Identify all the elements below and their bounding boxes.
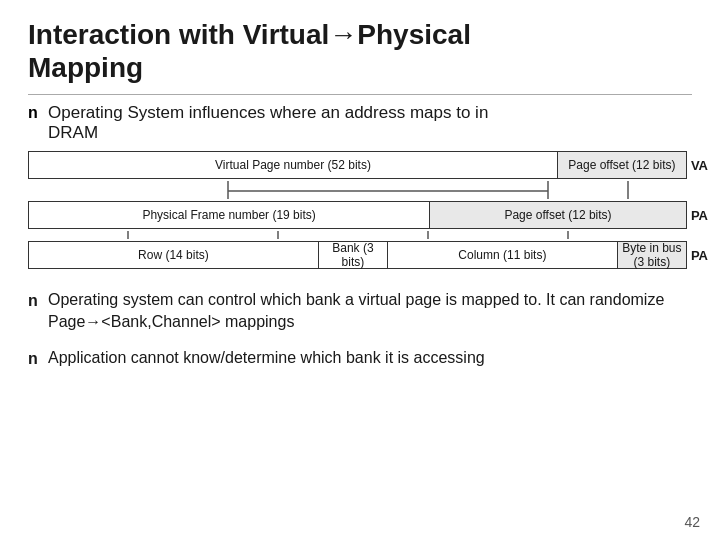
phys-bank-cell: Bank (3 bits)	[318, 241, 387, 269]
phys-diagram-row: Row (14 bits) Bank (3 bits) Column (11 b…	[28, 241, 687, 269]
bullet-section: n Operating system can control which ban…	[28, 289, 692, 385]
phys-end-label: PA	[691, 248, 708, 263]
first-bullet-container: n Operating System influences where an a…	[28, 103, 692, 143]
title-block: Interaction with Virtual→Physical Mappin…	[28, 18, 692, 84]
pa-row: Physical Frame number (19 bits) Page off…	[28, 201, 708, 231]
title-line1: Interaction with Virtual→Physical	[28, 18, 692, 52]
title-line2-prefix: Mapping	[28, 52, 143, 84]
bullet-1-dot: n	[28, 290, 48, 312]
bullet-item-1: n Operating system can control which ban…	[28, 289, 692, 334]
pa-pfn-cell: Physical Frame number (19 bits)	[28, 201, 429, 229]
connector2-svg	[28, 231, 698, 239]
bullet-2-dot: n	[28, 348, 48, 370]
slide-number: 42	[684, 514, 700, 530]
phys-row-cell: Row (14 bits)	[28, 241, 318, 269]
va-vpn-cell: Virtual Page number (52 bits)	[28, 151, 557, 179]
dram-text: DRAM	[48, 123, 98, 142]
va-diagram-row: Virtual Page number (52 bits) Page offse…	[28, 151, 687, 179]
subtitle-text: Operating System influences where an add…	[48, 103, 488, 122]
connector-svg	[28, 181, 698, 199]
pa-diagram-row: Physical Frame number (19 bits) Page off…	[28, 201, 687, 229]
bullet-item-2: n Application cannot know/determine whic…	[28, 347, 692, 370]
first-bullet-text: Operating System influences where an add…	[48, 103, 488, 143]
va-offset-cell: Page offset (12 bits)	[557, 151, 687, 179]
title-line2: Mapping	[28, 52, 692, 84]
phys-col-cell: Column (11 bits)	[387, 241, 617, 269]
first-bullet-dot: n	[28, 104, 48, 122]
bullet-2-text: Application cannot know/determine which …	[48, 347, 692, 369]
phys-byte-cell: Byte in bus (3 bits)	[617, 241, 687, 269]
pa-offset-cell: Page offset (12 bits)	[429, 201, 687, 229]
address-diagram: Virtual Page number (52 bits) Page offse…	[28, 151, 708, 271]
bullet-1-text: Operating system can control which bank …	[48, 289, 692, 334]
va-end-label: VA	[691, 158, 708, 173]
pa-end-label: PA	[691, 208, 708, 223]
slide: Interaction with Virtual→Physical Mappin…	[0, 0, 720, 540]
phys-row: Row (14 bits) Bank (3 bits) Column (11 b…	[28, 241, 708, 271]
title-divider	[28, 94, 692, 95]
va-row: Virtual Page number (52 bits) Page offse…	[28, 151, 708, 181]
